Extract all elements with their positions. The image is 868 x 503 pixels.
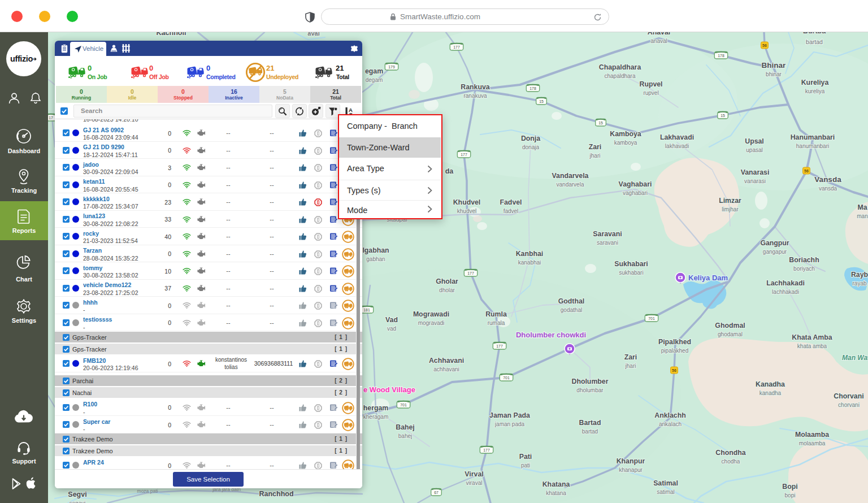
svg-text:gabhan: gabhan (366, 256, 385, 262)
svg-text:anaval: anaval (650, 38, 667, 44)
svg-text:Vad: Vad (385, 316, 398, 324)
svg-text:vaghabari: vaghabari (623, 190, 648, 196)
svg-text:Satimal: Satimal (653, 479, 678, 487)
svg-text:pati: pati (521, 462, 530, 469)
svg-text:vanarasi: vanarasi (744, 178, 766, 184)
svg-text:ranakuva: ranakuva (463, 93, 487, 99)
svg-text:aval: aval (307, 32, 319, 37)
svg-text:jhari: jhari (589, 153, 601, 159)
svg-text:67: 67 (434, 491, 439, 495)
svg-text:Gholar: Gholar (436, 277, 458, 285)
svg-text:177: 177 (453, 45, 460, 49)
svg-text:Vaghabari: Vaghabari (619, 180, 652, 188)
svg-text:177: 177 (467, 271, 474, 275)
svg-text:saravani: saravani (597, 240, 618, 246)
svg-text:56: 56 (762, 44, 767, 47)
svg-text:sukhabari: sukhabari (619, 270, 643, 276)
svg-text:15: 15 (598, 121, 603, 125)
svg-text:rumala: rumala (488, 320, 505, 326)
svg-text:jhari: jhari (625, 363, 636, 369)
svg-text:lgabhan: lgabhan (362, 246, 389, 254)
svg-text:viraval: viraval (466, 480, 483, 486)
svg-text:179: 179 (388, 65, 395, 69)
svg-text:15: 15 (539, 99, 544, 103)
svg-text:achhavani: achhavani (433, 366, 459, 372)
svg-text:hergam: hergam (363, 404, 388, 412)
svg-text:Bahej: Bahej (396, 423, 415, 431)
svg-text:Dholumber: Dholumber (572, 378, 609, 385)
svg-text:Kanadha: Kanadha (756, 380, 785, 388)
svg-text:da: da (445, 167, 454, 175)
svg-text:Anklachh: Anklachh (654, 411, 685, 419)
svg-text:kureliya: kureliya (805, 88, 825, 94)
svg-text:Rankuva: Rankuva (461, 83, 489, 91)
svg-text:Zari: Zari (624, 353, 637, 361)
svg-text:jaman pada: jaman pada (494, 421, 525, 427)
svg-text:man: man (857, 213, 867, 219)
svg-text:kheragam: kheragam (363, 414, 388, 420)
svg-text:701: 701 (400, 403, 407, 407)
svg-text:56: 56 (804, 169, 809, 173)
svg-text:dholumbar: dholumbar (576, 387, 604, 393)
svg-text:Segvi: Segvi (68, 491, 86, 498)
svg-text:Gangpur: Gangpur (760, 239, 789, 247)
svg-text:donaja: donaja (522, 144, 539, 150)
svg-text:Hanumanbari: Hanumanbari (791, 133, 835, 141)
svg-text:gangapur: gangapur (763, 249, 787, 255)
svg-text:boriyach: boriyach (793, 266, 815, 272)
svg-text:bhinar: bhinar (766, 71, 782, 77)
svg-text:Fadvel: Fadvel (500, 198, 522, 206)
svg-text:degam: degam (366, 77, 383, 83)
svg-text:egam: egam (365, 67, 383, 75)
svg-text:Molaamba: Molaamba (795, 431, 829, 439)
svg-text:Lachhakadi: Lachhakadi (766, 279, 805, 287)
svg-text:vansda: vansda (819, 185, 837, 192)
svg-text:Bopi: Bopi (782, 483, 797, 491)
svg-text:Pipalkhed: Pipalkhed (658, 338, 691, 346)
svg-text:hanumanbari: hanumanbari (796, 143, 829, 149)
svg-text:Chapaldhara: Chapaldhara (599, 63, 641, 71)
svg-text:Burtba: Burtba (803, 32, 826, 35)
svg-text:khata amba: khata amba (797, 343, 827, 349)
svg-text:Mograwadi: Mograwadi (413, 310, 449, 318)
svg-text:177: 177 (461, 153, 467, 157)
svg-text:Khatana: Khatana (542, 480, 570, 488)
svg-text:Keliya Dam: Keliya Dam (688, 274, 728, 282)
svg-text:Vanarasi: Vanarasi (741, 168, 770, 176)
svg-text:Chorvani: Chorvani (834, 392, 863, 400)
svg-text:chapaldhara: chapaldhara (604, 73, 635, 79)
svg-text:molaamba: molaamba (799, 440, 826, 446)
svg-text:Achhavani: Achhavani (429, 357, 464, 365)
svg-text:khatana: khatana (546, 490, 566, 496)
svg-text:godathal: godathal (561, 307, 582, 313)
svg-text:Ranchhod: Ranchhod (259, 490, 293, 498)
svg-text:Godthal: Godthal (558, 297, 584, 305)
svg-text:e Wood Village: e Wood Village (363, 385, 415, 394)
svg-text:Kachnoll: Kachnoll (157, 32, 186, 37)
svg-text:vandarvela: vandarvela (557, 181, 584, 188)
svg-text:Pati: Pati (519, 453, 532, 461)
svg-text:A: A (349, 107, 353, 113)
svg-text:bahej: bahej (398, 433, 412, 439)
svg-text:dholar: dholar (439, 287, 455, 293)
svg-text:kamboya: kamboya (614, 140, 637, 146)
svg-text:Khata Amba: Khata Amba (792, 333, 832, 341)
svg-text:lakhavadi: lakhavadi (665, 143, 689, 149)
svg-text:Vansda: Vansda (814, 175, 841, 184)
svg-text:bopi: bopi (785, 492, 796, 498)
svg-text:Anaval: Anaval (648, 32, 670, 36)
svg-text:Kanbhai: Kanbhai (516, 250, 544, 258)
svg-text:khudvel: khudvel (457, 208, 476, 214)
svg-text:rayab: rayab (852, 280, 866, 287)
svg-text:178: 178 (530, 86, 536, 90)
svg-text:chorvani: chorvani (838, 402, 860, 408)
svg-text:segavi: segavi (70, 500, 86, 503)
svg-text:Upsal: Upsal (745, 137, 764, 145)
svg-text:701: 701 (503, 376, 510, 380)
svg-text:vad: vad (387, 326, 396, 332)
svg-text:15: 15 (721, 114, 725, 118)
svg-text:Donja: Donja (521, 135, 540, 142)
svg-text:Dholumber chowkdi: Dholumber chowkdi (516, 331, 586, 339)
svg-text:701: 701 (648, 316, 655, 320)
svg-text:satimal: satimal (657, 489, 675, 495)
